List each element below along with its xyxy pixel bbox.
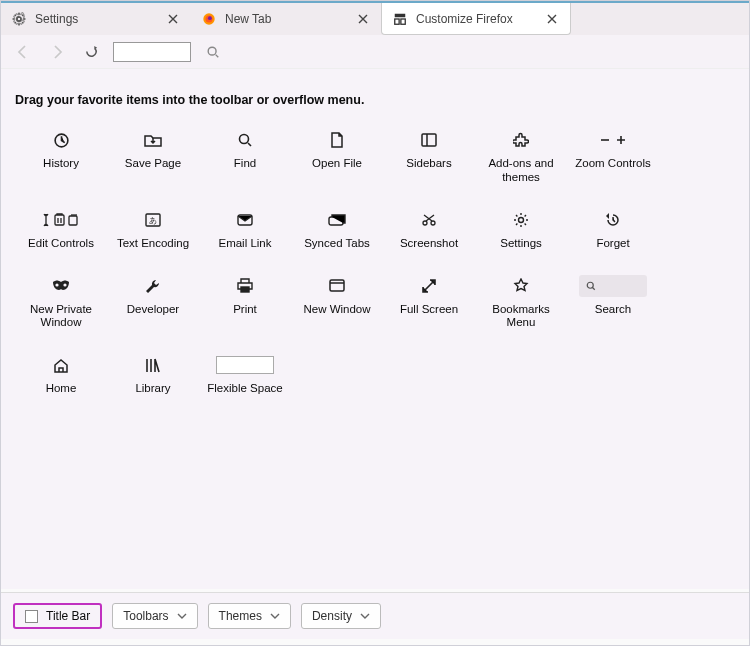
fullscreen-icon <box>422 275 436 297</box>
svg-point-22 <box>63 283 66 286</box>
back-icon[interactable] <box>11 40 35 64</box>
mail-icon <box>237 209 253 231</box>
item-zoom-controls[interactable]: Zoom Controls <box>567 129 659 185</box>
svg-rect-13 <box>69 216 77 225</box>
item-label: Edit Controls <box>28 237 94 251</box>
svg-point-21 <box>55 283 58 286</box>
item-text-encoding[interactable]: あ Text Encoding <box>107 209 199 251</box>
item-history[interactable]: History <box>15 129 107 185</box>
item-developer[interactable]: Developer <box>107 275 199 331</box>
item-print[interactable]: Print <box>199 275 291 331</box>
folder-down-icon <box>144 129 162 151</box>
tab-label: Customize Firefox <box>416 12 536 26</box>
tab-settings[interactable]: Settings <box>1 3 191 35</box>
item-sidebars[interactable]: Sidebars <box>383 129 475 185</box>
svg-point-8 <box>208 47 216 55</box>
dropdown-label: Density <box>312 609 352 623</box>
chevron-down-icon <box>177 613 187 619</box>
tab-new-tab[interactable]: New Tab <box>191 3 381 35</box>
close-icon[interactable] <box>165 11 181 27</box>
titlebar-toggle[interactable]: Title Bar <box>13 603 102 629</box>
firefox-icon <box>201 11 217 27</box>
tab-label: New Tab <box>225 12 347 26</box>
item-library[interactable]: Library <box>107 354 199 396</box>
star-icon <box>513 275 529 297</box>
sidebar-icon <box>421 129 437 151</box>
svg-point-4 <box>208 16 212 20</box>
item-label: Flexible Space <box>207 382 282 396</box>
edit-controls-icon <box>41 209 81 231</box>
close-icon[interactable] <box>544 11 560 27</box>
item-label: Email Link <box>218 237 271 251</box>
history-back-icon <box>605 209 621 231</box>
zoom-icon <box>599 129 627 151</box>
item-screenshot[interactable]: Screenshot <box>383 209 475 251</box>
item-label: Search <box>595 303 631 317</box>
file-icon <box>330 129 344 151</box>
item-new-window[interactable]: New Window <box>291 275 383 331</box>
item-label: Zoom Controls <box>575 157 650 171</box>
item-label: Print <box>233 303 257 317</box>
item-label: Sidebars <box>406 157 451 171</box>
dropdown-label: Toolbars <box>123 609 168 623</box>
home-icon <box>53 354 69 376</box>
item-label: Full Screen <box>400 303 458 317</box>
flexible-space-icon <box>216 354 274 376</box>
density-dropdown[interactable]: Density <box>301 603 381 629</box>
customize-footer: Title Bar Toolbars Themes Density <box>1 592 749 639</box>
item-private-window[interactable]: New Private Window <box>15 275 107 331</box>
item-flexible-space[interactable]: Flexible Space <box>199 354 291 396</box>
item-label: Bookmarks Menu <box>477 303 565 331</box>
themes-dropdown[interactable]: Themes <box>208 603 291 629</box>
item-bookmarks-menu[interactable]: Bookmarks Menu <box>475 275 567 331</box>
url-bar-placeholder[interactable] <box>113 42 191 62</box>
item-search[interactable]: Search <box>567 275 659 331</box>
print-icon <box>237 275 253 297</box>
wrench-icon <box>145 275 161 297</box>
tabs-icon <box>328 209 346 231</box>
svg-rect-7 <box>401 19 405 24</box>
item-save-page[interactable]: Save Page <box>107 129 199 185</box>
dropdown-label: Themes <box>219 609 262 623</box>
svg-point-18 <box>423 221 427 225</box>
item-label: Screenshot <box>400 237 458 251</box>
item-label: New Window <box>303 303 370 317</box>
nav-toolbar[interactable] <box>1 35 749 69</box>
tabs-bar: Settings New Tab Customize Firefox <box>1 1 749 35</box>
tab-label: Settings <box>35 12 157 26</box>
customize-icon <box>392 11 408 27</box>
reload-icon[interactable] <box>79 40 103 64</box>
item-label: Add-ons and themes <box>477 157 565 185</box>
item-settings-icon[interactable]: Settings <box>475 209 567 251</box>
chevron-down-icon <box>360 613 370 619</box>
instruction-text: Drag your favorite items into the toolba… <box>15 93 735 107</box>
svg-rect-6 <box>395 19 399 24</box>
item-label: History <box>43 157 79 171</box>
item-find[interactable]: Find <box>199 129 291 185</box>
clock-icon <box>53 129 70 151</box>
encoding-icon: あ <box>145 209 161 231</box>
toolbars-dropdown[interactable]: Toolbars <box>112 603 197 629</box>
item-addons-themes[interactable]: Add-ons and themes <box>475 129 567 185</box>
gear-icon <box>513 209 529 231</box>
item-synced-tabs[interactable]: Synced Tabs <box>291 209 383 251</box>
chevron-down-icon <box>270 613 280 619</box>
item-fullscreen[interactable]: Full Screen <box>383 275 475 331</box>
item-home[interactable]: Home <box>15 354 107 396</box>
window-icon <box>329 275 345 297</box>
item-label: Forget <box>596 237 629 251</box>
items-grid: History Save Page Find Open File Sidebar… <box>15 129 735 396</box>
forward-icon[interactable] <box>45 40 69 64</box>
svg-rect-23 <box>241 287 249 292</box>
item-edit-controls[interactable]: Edit Controls <box>15 209 107 251</box>
tab-customize[interactable]: Customize Firefox <box>381 3 571 35</box>
item-email-link[interactable]: Email Link <box>199 209 291 251</box>
item-forget[interactable]: Forget <box>567 209 659 251</box>
item-open-file[interactable]: Open File <box>291 129 383 185</box>
svg-text:あ: あ <box>149 216 157 225</box>
library-icon <box>145 354 161 376</box>
checkbox-icon[interactable] <box>25 610 38 623</box>
close-icon[interactable] <box>355 11 371 27</box>
screenshot-icon <box>420 209 438 231</box>
search-icon[interactable] <box>201 40 225 64</box>
